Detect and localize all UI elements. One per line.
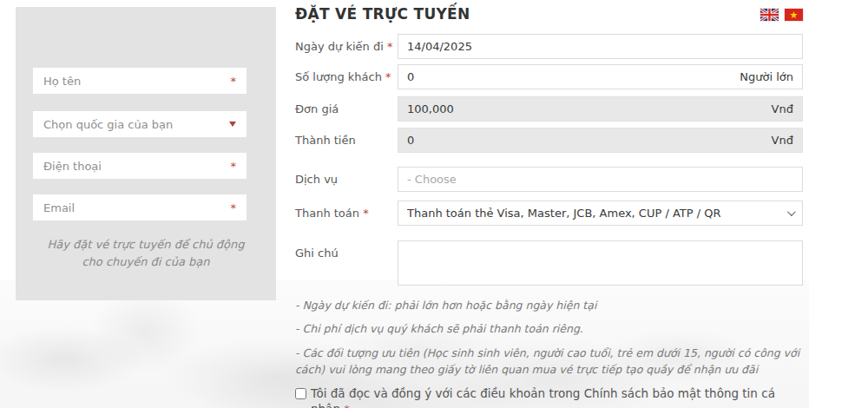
date-label-text: Ngày dự kiến đi	[295, 40, 384, 53]
service-row: Dịch vụ	[295, 167, 803, 192]
email-input[interactable]	[43, 201, 231, 214]
country-select-value[interactable]	[43, 118, 229, 131]
note-row: Ghi chú	[295, 240, 803, 286]
quantity-label: Số lượng khách *	[295, 64, 398, 83]
payment-label: Thanh toán *	[295, 201, 398, 220]
service-select[interactable]	[398, 167, 803, 192]
unit-price-value	[407, 102, 772, 115]
vietnam-flag-star: ★	[790, 10, 799, 20]
footnote-date-rule: - Ngày dự kiến đi: phải lớn hơn hoặc bằn…	[295, 297, 803, 313]
note-label-text: Ghi chú	[295, 247, 339, 260]
page-title: ĐẶT VÉ TRỰC TUYẾN	[295, 5, 470, 23]
payment-label-text: Thanh toán	[295, 207, 359, 220]
phone-field[interactable]: *	[33, 153, 247, 179]
currency-suffix: Vnđ	[772, 102, 793, 115]
quantity-row: Số lượng khách * Người lớn	[295, 64, 803, 89]
total-label-text: Thành tiền	[295, 134, 356, 147]
sidebar-tagline: Hãy đặt vé trực tuyến để chủ động cho ch…	[37, 236, 254, 271]
currency-suffix: Vnđ	[772, 134, 793, 147]
unit-price-label: Đơn giá	[295, 96, 398, 115]
date-row: Ngày dự kiến đi *	[295, 34, 803, 59]
form-header: ĐẶT VÉ TRỰC TUYẾN ★	[295, 5, 803, 23]
consent-row: Tôi đã đọc và đồng ý với các điều khoản …	[295, 385, 803, 408]
payment-row: Thanh toán * Thanh toán thẻ Visa, Master…	[295, 201, 803, 226]
required-asterisk: *	[344, 403, 350, 408]
date-input-box[interactable]	[398, 34, 803, 59]
consent-label: Tôi đã đọc và đồng ý với các điều khoản …	[311, 385, 803, 408]
unit-price-box: Vnđ	[398, 96, 803, 122]
language-switcher: ★	[760, 9, 803, 21]
quantity-unit-suffix: Người lớn	[740, 70, 793, 83]
quantity-input-box[interactable]: Người lớn	[398, 64, 803, 89]
phone-input[interactable]	[43, 160, 231, 173]
uk-flag-icon[interactable]	[760, 9, 779, 21]
required-asterisk: *	[387, 40, 393, 53]
required-asterisk: *	[231, 202, 237, 214]
consent-checkbox[interactable]	[295, 388, 306, 399]
service-label: Dịch vụ	[295, 167, 398, 186]
fullname-field[interactable]: *	[33, 68, 247, 94]
vietnam-flag-icon[interactable]: ★	[785, 9, 803, 21]
payment-select-value: Thanh toán thẻ Visa, Master, JCB, Amex, …	[407, 207, 721, 220]
email-field[interactable]: *	[33, 194, 247, 220]
total-value	[407, 134, 772, 147]
date-label: Ngày dự kiến đi *	[295, 34, 398, 53]
total-box: Vnđ	[398, 128, 803, 153]
note-textarea[interactable]	[398, 240, 803, 286]
footnote-service-fee: - Chi phí dịch vụ quý khách sẽ phải than…	[295, 320, 803, 337]
booking-form: ĐẶT VÉ TRỰC TUYẾN ★ Ngày dự kiến đi *	[295, 5, 803, 408]
dropdown-arrow-icon	[229, 122, 236, 127]
quantity-input[interactable]	[407, 70, 740, 83]
fullname-input[interactable]	[43, 75, 231, 88]
quantity-label-text: Số lượng khách	[295, 70, 382, 83]
booking-page: * * * Hãy đặt vé trực tuyến để chủ động …	[0, 0, 868, 408]
service-label-text: Dịch vụ	[295, 173, 338, 186]
date-input[interactable]	[407, 40, 793, 53]
required-asterisk: *	[363, 207, 369, 220]
service-select-value[interactable]	[407, 173, 793, 186]
total-label: Thành tiền	[295, 128, 398, 147]
note-label: Ghi chú	[295, 240, 398, 260]
country-select[interactable]	[33, 111, 247, 137]
payment-select[interactable]: Thanh toán thẻ Visa, Master, JCB, Amex, …	[398, 201, 803, 226]
chevron-down-icon	[787, 207, 796, 216]
required-asterisk: *	[385, 70, 391, 83]
unit-price-label-text: Đơn giá	[295, 102, 339, 115]
required-asterisk: *	[231, 76, 237, 87]
footnotes: - Ngày dự kiến đi: phải lớn hơn hoặc bằn…	[295, 297, 803, 378]
total-row: Thành tiền Vnđ	[295, 128, 803, 153]
unit-price-row: Đơn giá Vnđ	[295, 96, 803, 122]
contact-sidebar: * * * Hãy đặt vé trực tuyến để chủ động …	[16, 7, 276, 300]
consent-label-text: Tôi đã đọc và đồng ý với các điều khoản …	[311, 386, 775, 408]
footnote-priority-groups: - Các đối tượng ưu tiên (Học sinh sinh v…	[295, 345, 803, 378]
required-asterisk: *	[231, 161, 237, 172]
